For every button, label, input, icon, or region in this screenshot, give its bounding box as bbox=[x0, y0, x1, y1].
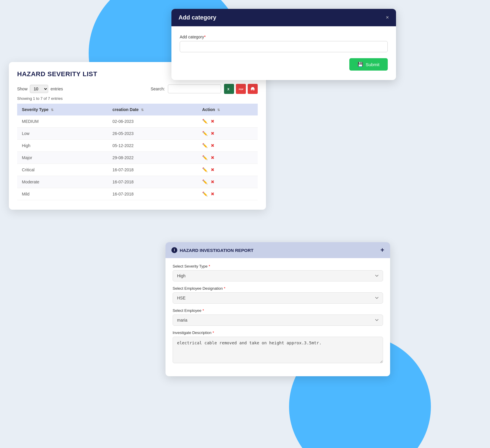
svg-rect-7 bbox=[252, 89, 254, 90]
search-label: Search: bbox=[151, 87, 165, 91]
table-row: Major 29-08-2022 ✏️ ✖ bbox=[17, 152, 258, 164]
edit-button[interactable]: ✏️ bbox=[202, 191, 208, 197]
edit-button[interactable]: ✏️ bbox=[202, 143, 208, 148]
svg-text:PDF: PDF bbox=[239, 88, 244, 91]
delete-button[interactable]: ✖ bbox=[211, 119, 215, 124]
delete-button[interactable]: ✖ bbox=[211, 131, 215, 136]
report-header-title: i HAZARD INVESTIGATION REPORT bbox=[171, 247, 254, 253]
delete-button[interactable]: ✖ bbox=[211, 143, 215, 148]
delete-button[interactable]: ✖ bbox=[211, 191, 215, 197]
edit-button[interactable]: ✏️ bbox=[202, 155, 208, 160]
creation-date-cell: 02-06-2023 bbox=[108, 115, 197, 128]
print-icon bbox=[250, 86, 255, 92]
export-buttons: X PDF bbox=[224, 84, 258, 94]
show-label: Show bbox=[17, 87, 27, 91]
severity-type-cell: Mild bbox=[17, 188, 108, 200]
category-required-star: * bbox=[204, 35, 206, 39]
severity-type-cell: High bbox=[17, 140, 108, 152]
action-cell: ✏️ ✖ bbox=[197, 164, 258, 176]
pdf-icon: PDF bbox=[238, 86, 244, 92]
modal-header: Add category × bbox=[171, 9, 396, 26]
report-body: Select Severity Type * High Low Medium M… bbox=[166, 258, 390, 376]
description-label: Investigate Description * bbox=[173, 330, 383, 335]
submit-icon: 💾 bbox=[358, 62, 363, 67]
severity-type-cell: Low bbox=[17, 128, 108, 140]
entries-select[interactable]: 10 25 50 100 bbox=[30, 85, 48, 93]
svg-text:X: X bbox=[227, 87, 230, 91]
creation-date-cell: 16-07-2018 bbox=[108, 176, 197, 188]
modal-body: Add category* 💾 Submit bbox=[171, 26, 396, 80]
severity-table: Severity Type ⇅ creation Date ⇅ Action ⇅… bbox=[17, 104, 258, 200]
table-controls: Show 10 25 50 100 entries Search: X bbox=[17, 84, 258, 94]
table-row: Mild 16-07-2018 ✏️ ✖ bbox=[17, 188, 258, 200]
excel-export-button[interactable]: X bbox=[224, 84, 234, 94]
creation-date-cell: 05-12-2022 bbox=[108, 140, 197, 152]
search-area: Search: X PDF bbox=[151, 84, 258, 94]
severity-type-label: Select Severity Type * bbox=[173, 264, 383, 268]
employee-select[interactable]: maria john alex bbox=[173, 315, 383, 326]
modal-close-button[interactable]: × bbox=[386, 14, 389, 21]
severity-type-cell: Critical bbox=[17, 164, 108, 176]
show-entries-control: Show 10 25 50 100 entries bbox=[17, 85, 63, 93]
severity-type-group: Select Severity Type * High Low Medium M… bbox=[173, 264, 383, 281]
pdf-export-button[interactable]: PDF bbox=[236, 84, 246, 94]
category-input[interactable] bbox=[180, 41, 388, 52]
sort-icon-action[interactable]: ⇅ bbox=[217, 108, 220, 112]
edit-button[interactable]: ✏️ bbox=[202, 131, 208, 136]
action-buttons: ✏️ ✖ bbox=[202, 119, 253, 124]
designation-required-star: * bbox=[224, 286, 225, 291]
report-add-button[interactable]: + bbox=[380, 246, 384, 254]
creation-date-cell: 16-07-2018 bbox=[108, 164, 197, 176]
showing-text: Showing 1 to 7 of 7 entries bbox=[17, 96, 258, 101]
table-row: MEDIUM 02-06-2023 ✏️ ✖ bbox=[17, 115, 258, 128]
action-cell: ✏️ ✖ bbox=[197, 152, 258, 164]
designation-label: Select Employee Designation * bbox=[173, 286, 383, 291]
hazard-severity-list-panel: HAZARD SEVERITY LIST Show 10 25 50 100 e… bbox=[9, 62, 266, 210]
report-header: i HAZARD INVESTIGATION REPORT + bbox=[166, 242, 390, 258]
svg-rect-8 bbox=[252, 90, 253, 90]
description-required-star: * bbox=[212, 330, 214, 335]
modal-title: Add category bbox=[179, 14, 216, 21]
submit-button[interactable]: 💾 Submit bbox=[349, 58, 388, 71]
designation-select[interactable]: HSE Manager Supervisor bbox=[173, 292, 383, 304]
action-cell: ✏️ ✖ bbox=[197, 140, 258, 152]
employee-required-star: * bbox=[202, 308, 204, 313]
sort-icon-date[interactable]: ⇅ bbox=[141, 108, 144, 112]
severity-type-cell: Major bbox=[17, 152, 108, 164]
creation-date-cell: 29-08-2022 bbox=[108, 152, 197, 164]
delete-button[interactable]: ✖ bbox=[211, 155, 215, 160]
sort-icon-severity[interactable]: ⇅ bbox=[51, 108, 53, 112]
severity-type-cell: Moderate bbox=[17, 176, 108, 188]
severity-type-select[interactable]: High Low Medium Major Critical Moderate … bbox=[173, 270, 383, 281]
severity-type-cell: MEDIUM bbox=[17, 115, 108, 128]
action-buttons: ✏️ ✖ bbox=[202, 155, 253, 160]
col-creation-date: creation Date ⇅ bbox=[108, 104, 197, 115]
edit-button[interactable]: ✏️ bbox=[202, 167, 208, 172]
designation-group: Select Employee Designation * HSE Manage… bbox=[173, 286, 383, 304]
action-buttons: ✏️ ✖ bbox=[202, 191, 253, 197]
table-row: High 05-12-2022 ✏️ ✖ bbox=[17, 140, 258, 152]
entries-label: entries bbox=[51, 87, 63, 91]
action-cell: ✏️ ✖ bbox=[197, 176, 258, 188]
action-cell: ✏️ ✖ bbox=[197, 128, 258, 140]
action-cell: ✏️ ✖ bbox=[197, 188, 258, 200]
table-row: Critical 16-07-2018 ✏️ ✖ bbox=[17, 164, 258, 176]
svg-rect-5 bbox=[251, 88, 254, 90]
print-button[interactable] bbox=[248, 84, 258, 94]
description-textarea[interactable]: electrical cable removed and take on hei… bbox=[173, 337, 383, 363]
action-buttons: ✏️ ✖ bbox=[202, 131, 253, 136]
category-field-label: Add category* bbox=[180, 35, 388, 39]
col-severity-type: Severity Type ⇅ bbox=[17, 104, 108, 115]
severity-required-star: * bbox=[209, 264, 210, 268]
edit-button[interactable]: ✏️ bbox=[202, 119, 208, 124]
table-row: Low 26-05-2023 ✏️ ✖ bbox=[17, 128, 258, 140]
creation-date-cell: 16-07-2018 bbox=[108, 188, 197, 200]
delete-button[interactable]: ✖ bbox=[211, 179, 215, 185]
table-row: Moderate 16-07-2018 ✏️ ✖ bbox=[17, 176, 258, 188]
creation-date-cell: 26-05-2023 bbox=[108, 128, 197, 140]
action-buttons: ✏️ ✖ bbox=[202, 167, 253, 172]
edit-button[interactable]: ✏️ bbox=[202, 179, 208, 185]
delete-button[interactable]: ✖ bbox=[211, 167, 215, 172]
search-input[interactable] bbox=[168, 84, 221, 93]
svg-rect-6 bbox=[252, 87, 254, 88]
